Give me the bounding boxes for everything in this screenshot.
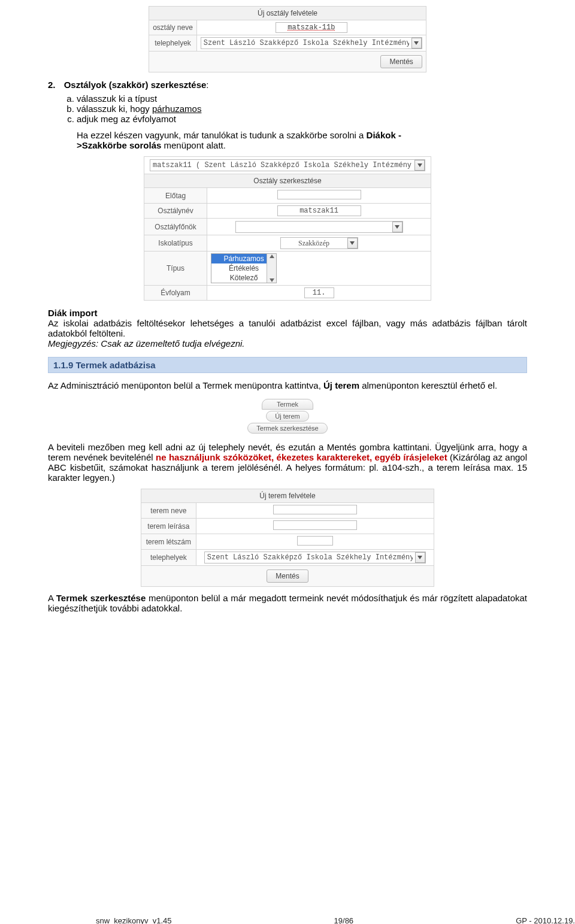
bev-para: A beviteli mezőben meg kell adni az új t… [48, 442, 527, 483]
input-class-name[interactable]: matszak-11b [276, 22, 347, 33]
footer-center: 19/86 [334, 916, 354, 924]
list-num: 2. [48, 80, 56, 90]
label-classname: Osztálynév [144, 204, 207, 219]
select-room-site[interactable]: Szent László Szakképző Iskola Székhely I… [204, 552, 426, 564]
select-headteacher[interactable] [235, 221, 403, 233]
input-prefix[interactable] [277, 190, 361, 199]
menu-uj-terem[interactable]: Új terem [266, 411, 309, 422]
label-schooltype: Iskolatípus [144, 235, 207, 252]
admin-para: Az Adminisztráció menüponton belül a Ter… [48, 380, 527, 390]
menu-termek-szerk[interactable]: Termek szerkesztése [247, 423, 327, 434]
form-b-header: Osztály szerkesztése [144, 174, 431, 188]
list-item-c: adjuk meg az évfolyamot [77, 114, 527, 124]
chevron-down-icon [415, 552, 425, 563]
input-room-desc[interactable] [273, 520, 357, 530]
input-room-name[interactable] [273, 505, 357, 514]
form-new-room: Új terem felvétele terem neve terem leír… [141, 489, 434, 587]
listbox-type[interactable]: Párhuzamos Értékelés Kötelező [211, 253, 277, 283]
label-room-site: telephelyek [141, 550, 196, 566]
form-new-class: Új osztály felvétele osztály neve matsza… [149, 6, 426, 72]
list-item-b: válasszuk ki, hogy párhuzamos [77, 104, 527, 114]
label-type: Típus [144, 252, 207, 286]
last-para: A Termek szerkesztése menüponton belül a… [48, 593, 527, 613]
chevron-down-icon [347, 238, 358, 249]
diak-import-block: Diák import Az iskolai adatbázis feltölt… [48, 308, 527, 349]
select-class-top[interactable]: matszak11 ( Szent László Szakképző Iskol… [150, 159, 425, 171]
label-class-name: osztály neve [149, 20, 197, 35]
input-classname[interactable]: matszak11 [277, 205, 361, 216]
chevron-down-icon [392, 222, 402, 232]
chevron-down-icon [411, 38, 422, 49]
label-prefix: Előtag [144, 188, 207, 204]
form-edit-class: matszak11 ( Szent László Szakképző Iskol… [144, 156, 431, 301]
save-button[interactable]: Mentés [380, 55, 422, 68]
footer-left: snw_kezikonyv_v1.45 [96, 916, 171, 924]
chevron-up-icon[interactable] [270, 255, 274, 258]
menu-termek[interactable]: Termek [262, 399, 313, 410]
label-headteacher: Osztályfőnök [144, 219, 207, 235]
list-title: Osztályok (szakkör) szerkesztése [64, 80, 207, 90]
label-year: Évfolyam [144, 286, 207, 301]
label-room-cap: terem létszám [141, 534, 196, 550]
label-sites: telephelyek [149, 35, 197, 51]
form-a-header: Új osztály felvétele [149, 7, 426, 20]
select-schooltype[interactable]: Szakközép [280, 237, 358, 249]
label-room-desc: terem leírása [141, 519, 196, 534]
list-item-a: válasszuk ki a típust [77, 93, 527, 104]
page-footer: snw_kezikonyv_v1.45 19/86 GP - 2010.12.1… [96, 916, 575, 924]
chevron-down-icon [414, 160, 425, 171]
chevron-down-icon[interactable] [270, 278, 274, 282]
save-button[interactable]: Mentés [267, 569, 308, 583]
menu-stack: Termek Új terem Termek szerkesztése [247, 399, 327, 434]
input-year[interactable]: 11. [304, 287, 334, 298]
section-1-1-9: 1.1.9 Termek adatbázisa [48, 357, 527, 373]
select-site[interactable]: Szent László Szakképző Iskola Székhely I… [201, 37, 422, 49]
form-c-header: Új terem felvétele [141, 489, 434, 503]
para-after-class: Ha ezzel készen vagyunk, már tanulókat i… [77, 130, 527, 150]
label-room-name: terem neve [141, 503, 196, 519]
input-room-cap[interactable] [297, 536, 333, 546]
footer-right: GP - 2010.12.19. [516, 916, 575, 924]
